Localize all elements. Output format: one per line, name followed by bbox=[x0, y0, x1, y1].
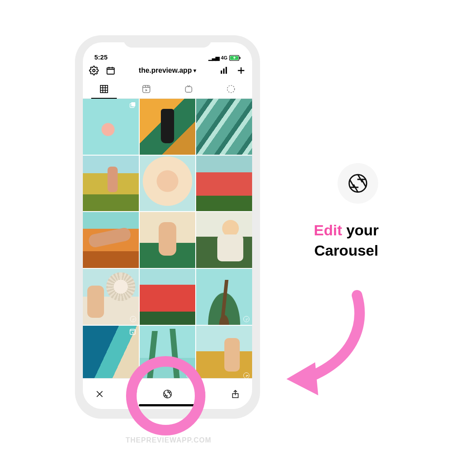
callout-text: Edit your Carousel bbox=[314, 220, 379, 261]
scheduled-badge-icon bbox=[130, 316, 136, 322]
gear-icon[interactable] bbox=[89, 66, 99, 75]
svg-rect-10 bbox=[186, 86, 192, 92]
analytics-icon[interactable] bbox=[219, 66, 229, 75]
phone-notch bbox=[123, 35, 212, 48]
callout-accent: Edit bbox=[314, 222, 342, 238]
grid-cell[interactable] bbox=[196, 269, 252, 325]
grid-cell[interactable] bbox=[140, 99, 196, 155]
grid-cell[interactable] bbox=[83, 99, 139, 155]
note-button[interactable] bbox=[197, 389, 206, 399]
pointer-arrow-icon bbox=[273, 286, 379, 401]
grid-cell[interactable] bbox=[196, 99, 252, 155]
status-time: 5:25 bbox=[94, 53, 108, 61]
svg-rect-12 bbox=[131, 102, 135, 106]
account-title: the.preview.app bbox=[139, 67, 192, 74]
feed-grid bbox=[83, 99, 252, 381]
callout-line2: Carousel bbox=[314, 241, 379, 261]
close-button[interactable] bbox=[95, 389, 104, 399]
svg-rect-9 bbox=[143, 85, 150, 93]
aperture-edit-button[interactable] bbox=[162, 389, 173, 399]
tab-stories[interactable] bbox=[210, 79, 252, 98]
plus-icon[interactable] bbox=[236, 66, 246, 75]
grid-cell[interactable] bbox=[140, 269, 196, 325]
svg-rect-4 bbox=[107, 68, 115, 74]
calendar-icon[interactable] bbox=[106, 66, 115, 75]
svg-rect-6 bbox=[223, 68, 224, 74]
battery-charging-icon bbox=[229, 55, 241, 61]
bottom-toolbar bbox=[83, 378, 252, 409]
signal-icon: ▁▃▅ bbox=[208, 55, 219, 61]
phone-screen: 5:25 ▁▃▅ 4G bbox=[83, 42, 252, 409]
grid-cell[interactable] bbox=[83, 269, 139, 325]
grid-cell[interactable] bbox=[196, 326, 252, 382]
home-indicator bbox=[139, 404, 196, 406]
network-label: 4G bbox=[221, 55, 227, 60]
grid-cell[interactable] bbox=[140, 326, 196, 382]
grid-cell[interactable] bbox=[196, 156, 252, 212]
svg-rect-14 bbox=[130, 329, 135, 335]
svg-point-11 bbox=[227, 85, 235, 93]
grid-cell[interactable] bbox=[140, 156, 196, 212]
grid-cell[interactable] bbox=[140, 212, 196, 268]
app-header: the.preview.app ▾ bbox=[83, 62, 252, 79]
grid-cell[interactable] bbox=[196, 212, 252, 268]
grid-cell[interactable] bbox=[83, 156, 139, 212]
tab-grid[interactable] bbox=[83, 79, 125, 98]
account-title-button[interactable]: the.preview.app ▾ bbox=[139, 67, 196, 74]
carousel-badge-icon bbox=[129, 101, 136, 108]
svg-point-3 bbox=[93, 69, 95, 72]
watermark: THEPREVIEWAPP.COM bbox=[126, 436, 212, 444]
scheduled-badge-icon bbox=[243, 316, 249, 322]
svg-rect-8 bbox=[100, 85, 108, 93]
callout-line1-rest: your bbox=[342, 222, 379, 238]
status-right: ▁▃▅ 4G bbox=[208, 55, 241, 61]
share-button[interactable] bbox=[231, 389, 240, 399]
chevron-down-icon: ▾ bbox=[193, 67, 196, 74]
phone-frame: 5:25 ▁▃▅ 4G bbox=[75, 35, 260, 419]
aperture-icon-large bbox=[338, 163, 378, 204]
grid-cell[interactable] bbox=[83, 326, 139, 382]
tab-reels[interactable] bbox=[125, 79, 167, 98]
reel-badge-icon bbox=[129, 328, 136, 335]
view-tabs bbox=[83, 79, 252, 99]
svg-rect-5 bbox=[221, 71, 222, 74]
trash-button[interactable] bbox=[129, 389, 138, 399]
svg-rect-7 bbox=[226, 67, 227, 74]
tab-igtv[interactable] bbox=[167, 79, 210, 98]
svg-rect-1 bbox=[240, 57, 241, 59]
grid-cell[interactable] bbox=[83, 212, 139, 268]
